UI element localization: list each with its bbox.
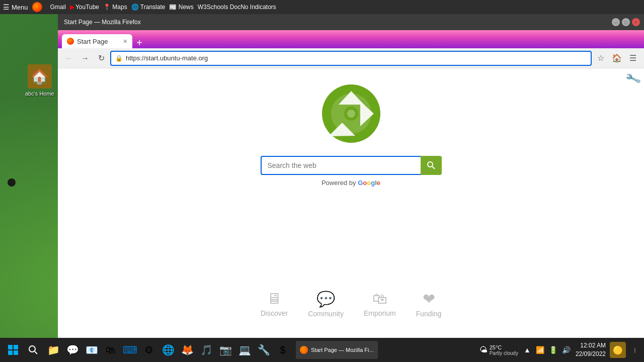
svg-point-6 xyxy=(347,110,355,118)
svg-point-7 xyxy=(428,162,433,167)
bookmark-youtube[interactable]: ▶YouTube xyxy=(70,4,99,11)
taskbar-app1[interactable]: 🎵 xyxy=(197,341,215,359)
refresh-button[interactable]: ↻ xyxy=(94,51,108,65)
home-folder-icon: 🏠 xyxy=(28,64,52,88)
svg-line-8 xyxy=(432,166,435,169)
weather-temp: 25°C xyxy=(490,344,518,350)
window-title: Start Page — Mozilla Firefox xyxy=(62,19,612,26)
clock-date: 22/09/2022 xyxy=(576,350,606,358)
emporium-icon: 🛍 xyxy=(372,290,387,307)
nav-right-icons: ☆ 🏠 ☰ xyxy=(594,51,640,65)
weather-icon: 🌤 xyxy=(479,345,488,354)
taskbar-active-window[interactable]: Start Page — Mozilla Fi... xyxy=(296,341,378,359)
taskbar-code[interactable]: ⌨ xyxy=(121,341,139,359)
volume-icon[interactable]: 🔊 xyxy=(561,345,572,355)
tab-label: Start Page xyxy=(77,38,108,45)
bookmark-translate[interactable]: 🌐 Translate xyxy=(131,4,166,11)
close-button[interactable]: × xyxy=(632,18,640,26)
wrench-icon[interactable]: 🔧 xyxy=(624,70,641,87)
google-g1: G xyxy=(358,179,363,187)
notification-icon[interactable]: 🟡 xyxy=(610,342,626,358)
tab-bar: Start Page × + xyxy=(58,30,644,48)
taskbar-chat[interactable]: 💬 xyxy=(63,341,82,359)
back-button[interactable]: ← xyxy=(62,51,76,65)
bookmark-gmail[interactable]: Gmail xyxy=(50,4,66,11)
topbar-right: No Indicators xyxy=(240,4,276,11)
funding-icon: ❤ xyxy=(423,290,435,308)
search-button[interactable] xyxy=(421,156,442,175)
window-controls: – □ × xyxy=(612,18,640,26)
taskbar-search-button[interactable] xyxy=(24,341,42,359)
google-g2: g xyxy=(371,179,375,187)
search-input[interactable] xyxy=(261,156,421,175)
footer-emporium[interactable]: 🛍 Emporium xyxy=(364,290,396,318)
footer-funding[interactable]: ❤ Funding xyxy=(416,290,442,318)
clock-time: 12:02 AM xyxy=(576,341,606,350)
taskbar-search-icon xyxy=(29,345,38,354)
menu-dots-button[interactable]: ☰ xyxy=(626,51,640,65)
address-bar[interactable]: 🔒 https://start.ubuntu-mate.org xyxy=(110,51,592,66)
menu-label: Menu xyxy=(12,4,28,11)
browser-tab-start[interactable]: Start Page × xyxy=(62,34,132,48)
emporium-label: Emporium xyxy=(364,309,396,317)
battery-icon[interactable]: 🔋 xyxy=(548,345,558,355)
taskbar-app4[interactable]: 🔧 xyxy=(255,341,273,359)
new-tab-button[interactable]: + xyxy=(132,37,146,48)
desktop-icon-home[interactable]: 🏠 abc's Home xyxy=(25,64,54,97)
menu-button[interactable]: ☰ Menu xyxy=(3,3,28,11)
bookmark-news[interactable]: 📰 News xyxy=(169,4,193,11)
svg-rect-11 xyxy=(8,350,13,355)
wifi-icon[interactable]: 📶 xyxy=(535,345,545,355)
taskbar-terminal[interactable]: $ xyxy=(274,341,292,359)
maximize-button[interactable]: □ xyxy=(622,18,630,26)
bookmark-maps[interactable]: 📍 Maps xyxy=(103,4,127,11)
weather-info: 25°C Partly cloudy xyxy=(490,344,518,356)
taskbar-chrome[interactable]: 🌐 xyxy=(159,341,177,359)
forward-button[interactable]: → xyxy=(78,51,92,65)
logo-svg xyxy=(321,83,381,144)
windows-icon xyxy=(8,345,18,355)
show-desktop-button[interactable]: | xyxy=(630,345,640,355)
taskbar-clock: 12:02 AM 22/09/2022 xyxy=(576,341,606,358)
desktop-decoration xyxy=(8,178,16,187)
topbar-left: ☰ Menu Gmail ▶YouTube 📍 Maps 🌐 Translate… xyxy=(3,2,240,12)
taskbar-settings[interactable]: ⚙ xyxy=(140,341,158,359)
taskbar-app2[interactable]: 📷 xyxy=(216,341,234,359)
taskbar-files[interactable]: 📁 xyxy=(44,341,62,359)
taskbar-mail[interactable]: 📧 xyxy=(83,341,101,359)
search-area: Powered by Google xyxy=(261,156,442,187)
footer-links: 🖥 Discover 💬 Community 🛍 Emporium ❤ Fund… xyxy=(58,290,644,318)
bookmark-w3schools[interactable]: W3Schools Doc xyxy=(198,4,240,11)
firefox-icon xyxy=(32,2,42,12)
discover-label: Discover xyxy=(261,309,288,317)
funding-label: Funding xyxy=(416,310,442,318)
url-text: https://start.ubuntu-mate.org xyxy=(126,54,208,62)
search-bar xyxy=(261,156,442,175)
powered-label: Powered by xyxy=(321,179,356,187)
taskbar-window-icon xyxy=(300,346,308,354)
pocket-button[interactable]: 🏠 xyxy=(610,51,624,65)
svg-rect-12 xyxy=(14,350,18,355)
bookmarks-bar: Gmail ▶YouTube 📍 Maps 🌐 Translate 📰 News… xyxy=(50,4,241,11)
taskbar-store[interactable]: 🛍 xyxy=(102,341,120,359)
windows-button[interactable] xyxy=(4,341,22,359)
bookmark-star-button[interactable]: ☆ xyxy=(594,51,608,65)
powered-by-text: Powered by Google xyxy=(321,179,380,187)
browser-titlebar: Start Page — Mozilla Firefox – □ × xyxy=(58,14,644,30)
taskbar-apps: 📁 💬 📧 🛍 ⌨ ⚙ 🌐 🦊 🎵 📷 💻 🔧 $ xyxy=(44,341,292,359)
tray-icon-1[interactable]: ▲ xyxy=(522,345,532,355)
footer-community[interactable]: 💬 Community xyxy=(308,290,344,318)
tab-close-button[interactable]: × xyxy=(123,37,127,45)
google-e: e xyxy=(377,179,380,187)
taskbar: 📁 💬 📧 🛍 ⌨ ⚙ 🌐 🦊 🎵 📷 💻 🔧 $ Start Page — M… xyxy=(0,338,644,362)
no-indicators-label: No Indicators xyxy=(240,4,276,11)
footer-discover[interactable]: 🖥 Discover xyxy=(261,290,288,318)
taskbar-app3[interactable]: 💻 xyxy=(235,341,254,359)
taskbar-firefox-alt[interactable]: 🦊 xyxy=(178,341,196,359)
taskbar-left: 📁 💬 📧 🛍 ⌨ ⚙ 🌐 🦊 🎵 📷 💻 🔧 $ Start Page — M… xyxy=(4,341,479,359)
discover-icon: 🖥 xyxy=(267,290,282,307)
taskbar-window-label: Start Page — Mozilla Fi... xyxy=(311,347,374,353)
google-logo: Google xyxy=(358,179,380,187)
minimize-button[interactable]: – xyxy=(612,18,620,26)
search-icon xyxy=(427,161,435,169)
